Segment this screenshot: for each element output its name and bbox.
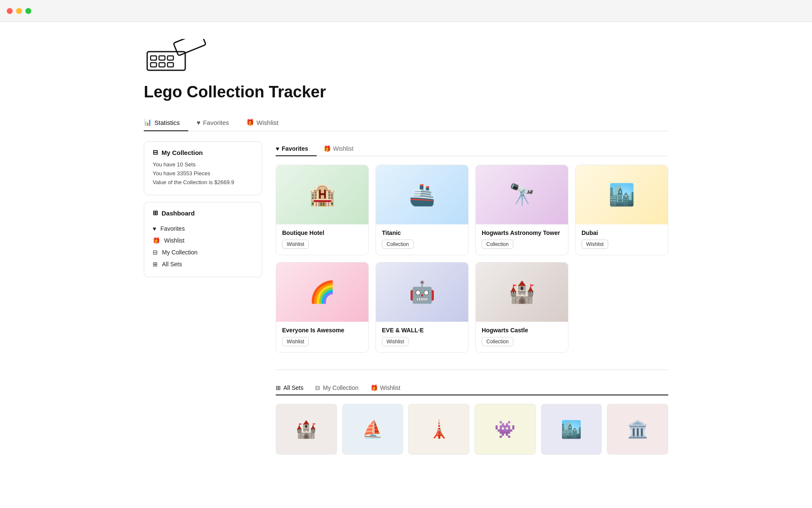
content-layout: ⊟ My Collection You have 10 Sets You hav… xyxy=(144,141,668,455)
gift-icon: 🎁 xyxy=(153,237,160,244)
card-hogwarts-castle[interactable]: 🏰 Hogwarts Castle Collection xyxy=(475,262,568,353)
bottom-tab-my-collection[interactable]: ⊟ My Collection xyxy=(315,381,365,395)
card-image-everyone-is-awesome: 🌈 xyxy=(276,262,368,322)
page-title: Lego Collection Tracker xyxy=(144,83,668,101)
card-hogwarts-astronomy-tower[interactable]: 🔭 Hogwarts Astronomy Tower Collection xyxy=(475,165,568,255)
card-dubai[interactable]: 🏙️ Dubai Wishlist xyxy=(575,165,668,255)
svg-rect-1 xyxy=(151,56,156,60)
grid2-icon: ⊟ xyxy=(315,384,320,391)
grid2-icon: ⊟ xyxy=(153,249,158,256)
cards-area: ♥ Favorites 🎁 Wishlist 🏨 Boutique Hotel … xyxy=(276,141,668,455)
section-divider xyxy=(276,370,668,370)
top-tabs: 📊 Statistics ♥ Favorites 🎁 Wishlist xyxy=(144,114,668,131)
card-body-hogwarts-astronomy-tower: Hogwarts Astronomy Tower Collection xyxy=(476,224,568,255)
sidebar-item-favorites[interactable]: ♥ Favorites xyxy=(153,223,253,235)
tab-wishlist[interactable]: 🎁 Wishlist xyxy=(246,114,287,131)
stat-value: Value of the Collection is $2669.9 xyxy=(153,179,253,185)
card-image-hogwarts-castle: 🏰 xyxy=(476,262,568,322)
card-everyone-is-awesome[interactable]: 🌈 Everyone Is Awesome Wishlist xyxy=(276,262,369,353)
grid-icon: ⊞ xyxy=(153,261,158,268)
bottom-preview-card-5[interactable]: 🏛️ xyxy=(607,404,668,455)
gift-icon: 🎁 xyxy=(370,384,378,391)
grid2-icon: ⊟ xyxy=(153,149,158,156)
tab-statistics[interactable]: 📊 Statistics xyxy=(144,114,188,131)
bottom-preview-card-3[interactable]: 👾 xyxy=(475,404,536,455)
card-image-hogwarts-astronomy-tower: 🔭 xyxy=(476,165,568,224)
my-collection-card: ⊟ My Collection You have 10 Sets You hav… xyxy=(144,141,262,195)
heart-icon: ♥ xyxy=(153,225,156,232)
bottom-tab-all-sets[interactable]: ⊞ All Sets xyxy=(276,381,310,395)
grid-icon: ⊞ xyxy=(153,209,158,217)
card-image-boutique-hotel: 🏨 xyxy=(276,165,368,224)
app-logo xyxy=(144,39,668,75)
gift-icon: 🎁 xyxy=(246,119,254,126)
svg-rect-7 xyxy=(173,39,206,56)
svg-rect-2 xyxy=(159,56,165,60)
card-body-hogwarts-castle: Hogwarts Castle Collection xyxy=(476,322,568,352)
card-image-dubai: 🏙️ xyxy=(576,165,668,224)
bottom-tabs: ⊞ All Sets ⊟ My Collection 🎁 Wishlist xyxy=(276,380,668,395)
card-body-titanic: Titanic Collection xyxy=(376,224,468,255)
bottom-preview-card-1[interactable]: ⛵ xyxy=(342,404,403,455)
svg-rect-4 xyxy=(151,63,156,67)
dashboard-title: ⊞ Dashboard xyxy=(153,209,253,217)
sidebar: ⊟ My Collection You have 10 Sets You hav… xyxy=(144,141,262,455)
card-body-boutique-hotel: Boutique Hotel Wishlist xyxy=(276,224,368,255)
titlebar xyxy=(0,0,812,22)
bottom-tab-wishlist[interactable]: 🎁 Wishlist xyxy=(370,381,407,395)
bottom-preview-grid: 🏰 ⛵ 🗼 👾 🏙️ 🏛️ xyxy=(276,404,668,455)
card-body-eve-wall-e: EVE & WALL·E Wishlist xyxy=(376,322,468,352)
maximize-button[interactable] xyxy=(25,8,31,14)
card-image-titanic: 🚢 xyxy=(376,165,468,224)
main-content: Lego Collection Tracker 📊 Statistics ♥ F… xyxy=(110,22,702,472)
bottom-preview-card-0[interactable]: 🏰 xyxy=(276,404,337,455)
svg-rect-5 xyxy=(159,63,165,67)
card-image-eve-wall-e: 🤖 xyxy=(376,262,468,322)
favorites-cards-grid: 🏨 Boutique Hotel Wishlist 🚢 Titanic Coll… xyxy=(276,165,668,353)
card-boutique-hotel[interactable]: 🏨 Boutique Hotel Wishlist xyxy=(276,165,369,255)
card-body-dubai: Dubai Wishlist xyxy=(576,224,668,255)
card-titanic[interactable]: 🚢 Titanic Collection xyxy=(376,165,469,255)
subtab-favorites[interactable]: ♥ Favorites xyxy=(276,142,317,156)
stat-sets: You have 10 Sets xyxy=(153,161,253,168)
card-body-everyone-is-awesome: Everyone Is Awesome Wishlist xyxy=(276,322,368,352)
grid-icon: ⊞ xyxy=(276,384,281,391)
bottom-section: ⊞ All Sets ⊟ My Collection 🎁 Wishlist xyxy=(276,380,668,455)
subtab-wishlist[interactable]: 🎁 Wishlist xyxy=(324,142,362,156)
bottom-preview-card-2[interactable]: 🗼 xyxy=(408,404,469,455)
chart-icon: 📊 xyxy=(144,119,152,126)
stat-pieces: You have 33553 Pieces xyxy=(153,170,253,177)
cards-sub-tabs: ♥ Favorites 🎁 Wishlist xyxy=(276,141,668,156)
tab-favorites[interactable]: ♥ Favorites xyxy=(197,114,238,131)
svg-rect-6 xyxy=(167,63,173,67)
sidebar-item-all-sets[interactable]: ⊞ All Sets xyxy=(153,258,253,270)
sidebar-item-my-collection[interactable]: ⊟ My Collection xyxy=(153,246,253,258)
card-eve-wall-e[interactable]: 🤖 EVE & WALL·E Wishlist xyxy=(376,262,469,353)
heart-icon: ♥ xyxy=(197,119,200,126)
minimize-button[interactable] xyxy=(16,8,22,14)
svg-rect-3 xyxy=(167,56,173,60)
heart-icon: ♥ xyxy=(276,145,279,152)
dashboard-card: ⊞ Dashboard ♥ Favorites 🎁 Wishlist ⊟ My … xyxy=(144,202,262,277)
gift-icon: 🎁 xyxy=(324,145,331,152)
bottom-preview-card-4[interactable]: 🏙️ xyxy=(541,404,602,455)
close-button[interactable] xyxy=(7,8,13,14)
sidebar-item-wishlist[interactable]: 🎁 Wishlist xyxy=(153,235,253,246)
my-collection-title: ⊟ My Collection xyxy=(153,149,253,156)
svg-rect-0 xyxy=(147,52,185,70)
